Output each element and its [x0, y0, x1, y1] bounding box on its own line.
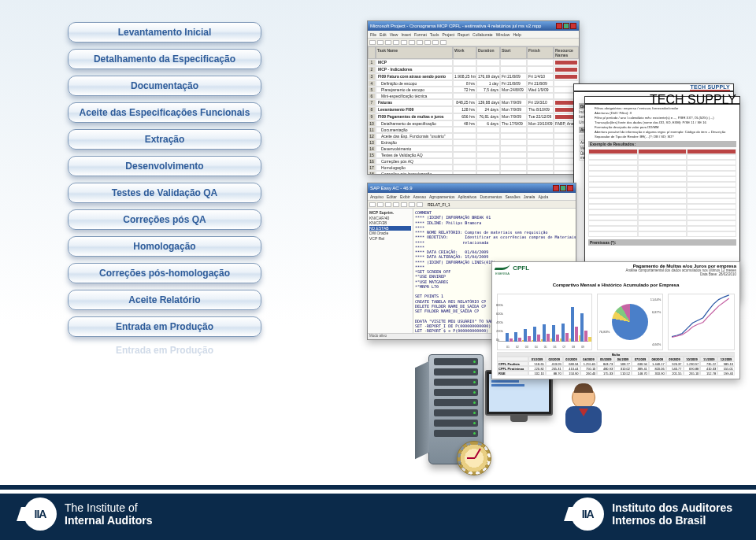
bullet-item: Filtro p/ período / ano / calendário mês… — [595, 116, 736, 120]
step-label: Correções pós QA — [123, 214, 206, 225]
close-icon[interactable] — [567, 185, 573, 191]
toolbar-button[interactable] — [369, 202, 376, 207]
chart-row: 0k200k400k600k800k010203040506070809 11,… — [497, 294, 735, 350]
menu-item[interactable]: Collaborate — [472, 32, 493, 37]
menu-item[interactable]: Documentos — [480, 194, 502, 199]
step-entrada-producao: Entrada em Produção — [68, 316, 261, 337]
step-label: Aceite das Especificações Funcionais — [80, 107, 250, 118]
toolbar-button[interactable] — [377, 202, 384, 207]
object-tree[interactable]: MCP Suprim. KN/CAF/40 KN/CF/28 ND.ESTAB … — [368, 209, 413, 339]
msproject-toolbar — [368, 39, 579, 46]
menu-item[interactable]: File — [370, 32, 376, 37]
toolbar-button[interactable] — [409, 202, 415, 207]
swoosh-icon — [495, 264, 511, 270]
clock-gear-icon — [457, 441, 491, 475]
step-desenvolvimento: Desenvolvimento — [68, 156, 261, 176]
screenshot-composite: Microsoft Project - Cronograma MCP CPFL … — [367, 20, 742, 351]
step-label: Correções pós-homologação — [99, 268, 230, 279]
tech-supply-logo: TECH SUPPLY — [690, 84, 730, 91]
toolbar-button[interactable] — [369, 40, 376, 45]
window-title: Microsoft Project - Cronograma MCP CPFL … — [370, 24, 541, 28]
menu-item[interactable]: Agrupamentos — [429, 194, 455, 199]
pie-graphic — [612, 304, 648, 340]
msproject-body: Task NameWorkDurationStartFinishResource… — [368, 46, 579, 174]
menu-item[interactable]: View — [390, 32, 398, 37]
menu-item[interactable]: Project — [442, 32, 454, 37]
menu-item[interactable]: Help — [513, 32, 521, 37]
pie-label: 11,64% — [650, 298, 662, 301]
menu-item[interactable]: Acesso — [413, 194, 426, 199]
section-heading: Premissas (*): — [588, 239, 736, 246]
bullet-item: Separador de Tipo de Render: BR(…)?; DB … — [595, 135, 736, 139]
menu-item[interactable]: Janela — [524, 194, 536, 199]
menu-item[interactable]: Tools — [430, 32, 439, 37]
toolbar-button[interactable] — [401, 202, 407, 207]
step-label: Homologação — [133, 241, 195, 252]
pie-label: 6,87% — [652, 310, 661, 314]
menu-item[interactable]: Edit — [380, 32, 387, 37]
bullet-item: Filtros obrigatórios: empresa / emissor,… — [595, 106, 736, 110]
menu-item[interactable]: Window — [496, 32, 510, 37]
step-label: Extração — [145, 134, 185, 145]
step-extracao: Extração — [68, 129, 261, 150]
maximize-icon[interactable] — [560, 185, 566, 191]
iia-logo-icon: IIA — [24, 497, 57, 531]
minimize-icon[interactable] — [556, 23, 562, 29]
pie-label: 4,66% — [652, 342, 661, 346]
menu-item[interactable]: Report — [458, 32, 469, 37]
footer-right-line1: Instituto dos Auditores — [612, 501, 732, 514]
footer-left-line2: Internal Auditors — [65, 514, 153, 527]
toolbar-button[interactable] — [385, 40, 391, 45]
person-avatar-icon — [572, 386, 602, 433]
menu-item[interactable]: Editar — [387, 194, 397, 199]
tree-node[interactable]: VCP Rel — [369, 236, 411, 242]
toolbar-button[interactable] — [424, 40, 431, 45]
footer-org-left: IIA The Institute of Internal Auditors — [24, 497, 153, 531]
selected-report: RELAT_FI_1 — [428, 202, 450, 207]
step-label: Entrada em Produção — [116, 345, 213, 356]
maximize-icon[interactable] — [563, 23, 569, 29]
toolbar-button[interactable] — [440, 40, 447, 45]
toolbar-button[interactable] — [377, 40, 384, 45]
toolbar-button[interactable] — [393, 40, 399, 45]
footer-right-line2: Internos do Brasil — [612, 514, 706, 527]
cpfl-brand-sub: ENERGIA — [495, 272, 529, 276]
sap-menubar: Arquivo Editar Exibir Acesso Agrupamento… — [368, 193, 576, 201]
msproject-titlebar: Microsoft Project - Cronograma MCP CPFL … — [368, 21, 579, 31]
step-label: Documentação — [131, 80, 198, 91]
step-homologacao: Homologação — [68, 236, 261, 257]
toolbar-button[interactable] — [417, 40, 423, 45]
step-label: Detalhamento da Especificação — [94, 54, 235, 65]
process-step-list: Levantamento Inicial Detalhamento da Esp… — [68, 22, 261, 364]
toolbar-button[interactable] — [409, 40, 415, 45]
step-testes-qa: Testes de Validação QA — [68, 183, 261, 203]
toolbar-button[interactable] — [432, 40, 439, 45]
footer-left-line1: The Institute of — [65, 501, 153, 514]
step-label: Aceite Relatório — [128, 294, 200, 305]
menu-item[interactable]: Sessões — [505, 194, 520, 199]
menu-item[interactable]: Insert — [401, 32, 411, 37]
menu-item[interactable]: Ajuda — [538, 194, 548, 199]
close-icon[interactable] — [570, 23, 576, 29]
step-aceite-espec: Aceite das Especificações Funcionais — [68, 102, 261, 123]
toolbar-button[interactable] — [385, 202, 391, 207]
step-correcoes-qa: Correções pós QA — [68, 209, 261, 230]
minimize-icon[interactable] — [553, 185, 559, 191]
msproject-window: Microsoft Project - Cronograma MCP CPFL … — [367, 20, 580, 175]
toolbar-button[interactable] — [417, 202, 423, 207]
menu-item[interactable]: Exibir — [400, 194, 410, 199]
step-label: Entrada em Produção — [116, 321, 213, 332]
step-label: Levantamento Inicial — [118, 27, 212, 38]
gantt-grid: Task NameWorkDurationStartFinishResource… — [368, 46, 579, 174]
toolbar-button[interactable] — [401, 40, 407, 45]
menu-item[interactable]: Arquivo — [370, 194, 384, 199]
pie-chart: 11,64% 4,66% 76,83% 6,87% — [597, 294, 664, 350]
toolbar-button[interactable] — [393, 202, 399, 207]
cpfl-brand: CPFL — [513, 264, 529, 272]
menu-item[interactable]: Format — [414, 32, 427, 37]
bullet-item: Transação(ões) fonte dos dados (nome dos… — [595, 120, 736, 124]
tech-supply-logo: TECH SUPPLY — [650, 93, 736, 107]
bar-chart: 0k200k400k600k800k010203040506070809 — [497, 294, 592, 350]
step-label: Testes de Validação QA — [112, 187, 218, 198]
menu-item[interactable]: Aplicativos — [458, 194, 476, 199]
